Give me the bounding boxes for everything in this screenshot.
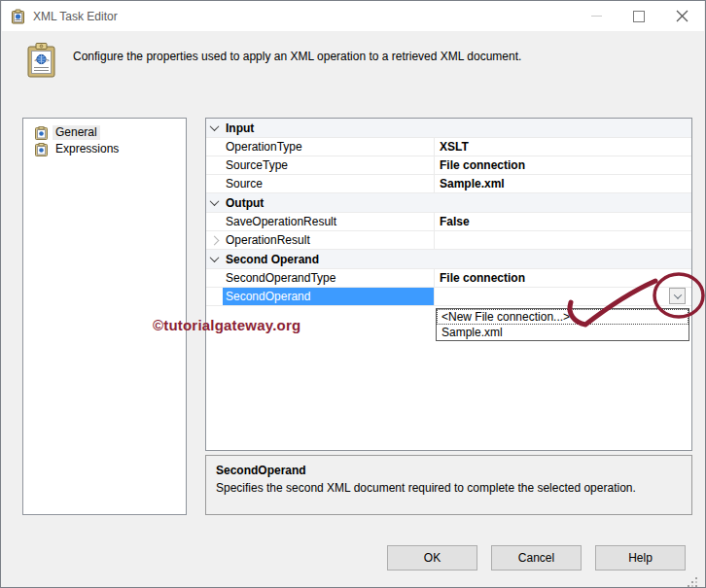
dropdown-item-sample-xml[interactable]: Sample.xml [437, 325, 688, 340]
property-value[interactable]: Sample.xml [435, 175, 691, 192]
grid-row-operationtype[interactable]: OperationType XSLT [206, 138, 691, 156]
svg-text:>: > [46, 57, 50, 63]
resize-grip[interactable] [695, 577, 697, 579]
ok-button[interactable]: OK [387, 545, 477, 571]
xml-task-editor-window: XML Task Editor < > Configure the proper… [0, 0, 706, 588]
maximize-icon [633, 11, 645, 22]
property-value[interactable] [435, 231, 691, 249]
grid-row-secondoperand[interactable]: SecondOperand [206, 288, 691, 306]
chevron-right-icon[interactable] [210, 235, 220, 245]
page-icon [35, 143, 48, 156]
grid-row-source[interactable]: Source Sample.xml [206, 175, 691, 193]
dropdown-item-new-file-connection[interactable]: <New File connection...> [437, 309, 688, 325]
property-description-title: SecondOperand [216, 464, 682, 477]
close-button[interactable] [666, 1, 697, 31]
page-icon [35, 126, 48, 140]
property-name: SourceType [223, 156, 435, 174]
section-label: Second Operand [223, 250, 435, 268]
section-label: Input [223, 119, 435, 137]
property-name: Source [223, 175, 435, 192]
task-description-text: Configure the properties used to apply a… [73, 50, 676, 63]
tree-item-label: General [53, 125, 100, 140]
chevron-down-icon[interactable] [210, 253, 220, 262]
property-value[interactable]: False [435, 213, 691, 230]
dropdown-button[interactable] [669, 288, 686, 304]
tree-item-label: Expressions [53, 142, 122, 156]
property-description-panel: SecondOperand Specifies the second XML d… [205, 455, 692, 515]
svg-text:<: < [34, 57, 38, 63]
grid-row-sourcetype[interactable]: SourceType File connection [206, 156, 691, 175]
second-operand-dropdown-list: <New File connection...> Sample.xml [436, 308, 689, 341]
window-title: XML Task Editor [33, 10, 118, 23]
property-value[interactable]: File connection [435, 156, 691, 174]
cancel-button[interactable]: Cancel [491, 545, 582, 571]
property-name: SaveOperationResult [223, 213, 435, 230]
close-icon [676, 10, 688, 22]
property-name: SecondOperandType [223, 269, 435, 287]
property-value[interactable]: File connection [435, 269, 691, 287]
property-value[interactable]: XSLT [435, 138, 691, 156]
maximize-button[interactable] [623, 1, 654, 31]
chevron-down-icon[interactable] [210, 121, 220, 131]
tree-item-expressions[interactable]: Expressions [35, 141, 186, 157]
grid-section-output[interactable]: Output [206, 193, 691, 213]
minimize-icon [591, 16, 602, 17]
task-description-icon: < > [26, 42, 57, 82]
grid-row-secondoperandtype[interactable]: SecondOperandType File connection [206, 269, 691, 288]
grid-row-saveoperationresult[interactable]: SaveOperationResult False [206, 213, 691, 231]
property-value[interactable] [435, 288, 691, 305]
grid-row-operationresult[interactable]: OperationResult [206, 231, 691, 250]
watermark-text: ©tutorialgateway.org [153, 317, 300, 333]
tree-item-general[interactable]: General [35, 124, 186, 141]
property-description-text: Specifies the second XML document requir… [216, 481, 682, 495]
section-label: Output [223, 193, 435, 212]
chevron-down-icon[interactable] [210, 196, 220, 206]
grid-section-second-operand[interactable]: Second Operand [206, 250, 691, 269]
grid-section-input[interactable]: Input [206, 119, 691, 138]
xml-task-icon [11, 9, 26, 24]
property-grid: Input OperationType XSLT SourceType File… [205, 118, 692, 451]
property-name: OperationResult [223, 231, 435, 249]
property-name: OperationType [223, 138, 435, 156]
chevron-down-icon [673, 291, 681, 298]
minimize-button[interactable] [581, 1, 612, 31]
help-button[interactable]: Help [595, 545, 686, 571]
property-name: SecondOperand [223, 288, 435, 305]
